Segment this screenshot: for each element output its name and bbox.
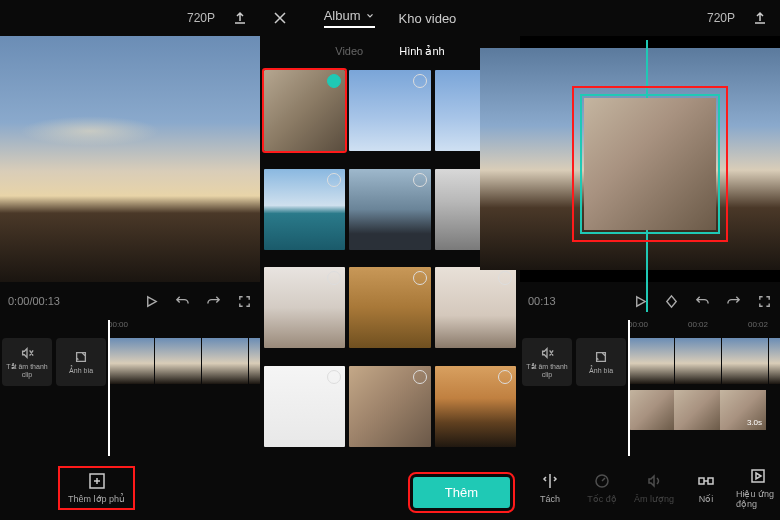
top-bar: 720P	[0, 0, 260, 36]
add-overlay-label: Thêm lớp phủ	[68, 494, 125, 504]
playhead[interactable]	[628, 320, 630, 456]
media-item[interactable]	[264, 267, 345, 348]
resolution-selector[interactable]: 720P	[707, 11, 738, 25]
speed-button[interactable]: Tốc độ	[576, 472, 628, 504]
add-button[interactable]: Thêm	[413, 477, 510, 508]
select-ring-icon	[498, 271, 512, 285]
playhead[interactable]	[108, 320, 110, 456]
clip-thumb	[202, 338, 248, 384]
select-ring-icon	[413, 74, 427, 88]
mute-clip-button[interactable]: Tắt âm thanh clip	[2, 338, 52, 386]
fullscreen-icon[interactable]	[757, 294, 772, 309]
image-tab[interactable]: Hình ảnh	[399, 45, 445, 58]
stock-tab[interactable]: Kho video	[399, 11, 457, 26]
overlay-clip-thumb: 3.0s	[720, 390, 766, 430]
overlay-clip-thumb	[628, 390, 674, 430]
redo-icon[interactable]	[206, 294, 221, 309]
fullscreen-icon[interactable]	[237, 294, 252, 309]
clip-thumb	[155, 338, 201, 384]
mute-label: Tắt âm thanh clip	[2, 363, 52, 378]
chevron-down-icon	[365, 11, 375, 21]
animation-label: Hiệu ứng động	[736, 489, 780, 509]
cover-icon	[74, 350, 88, 364]
video-tab[interactable]: Video	[335, 45, 363, 57]
resolution-selector[interactable]: 720P	[187, 11, 218, 25]
time-display: 00:13	[528, 295, 633, 307]
tick-label: 00:00	[108, 320, 128, 329]
add-overlay-icon	[88, 472, 106, 490]
select-ring-icon	[413, 271, 427, 285]
clip-thumb	[249, 338, 260, 384]
cover-button[interactable]: Ảnh bìa	[56, 338, 106, 386]
volume-icon	[645, 472, 663, 490]
redo-icon[interactable]	[726, 294, 741, 309]
overlay-clip-thumb	[674, 390, 720, 430]
album-label: Album	[324, 8, 361, 23]
media-item[interactable]	[435, 267, 516, 348]
speed-label: Tốc độ	[587, 494, 617, 504]
media-item[interactable]	[349, 267, 430, 348]
undo-icon[interactable]	[175, 294, 190, 309]
preview-frame	[0, 36, 260, 282]
select-ring-icon	[413, 370, 427, 384]
select-ring-icon	[498, 370, 512, 384]
media-item[interactable]	[264, 366, 345, 447]
media-item[interactable]	[349, 169, 430, 250]
bottom-bar: Tách Tốc độ Âm lượng Nối Hiệu ứng động	[520, 456, 780, 520]
bottom-bar: Thêm lớp phủ	[0, 456, 260, 520]
resolution-label: 720P	[187, 11, 215, 25]
media-item[interactable]	[349, 366, 430, 447]
splice-label: Nối	[699, 494, 714, 504]
media-item[interactable]	[264, 70, 345, 151]
album-tab[interactable]: Album	[324, 8, 375, 28]
select-ring-icon	[327, 173, 341, 187]
cover-label: Ảnh bìa	[589, 367, 613, 375]
speed-icon	[593, 472, 611, 490]
video-preview[interactable]	[0, 36, 260, 282]
close-icon[interactable]	[272, 10, 288, 26]
clip-thumb	[108, 338, 154, 384]
media-item[interactable]	[349, 70, 430, 151]
volume-button[interactable]: Âm lượng	[628, 472, 680, 504]
media-item[interactable]	[435, 366, 516, 447]
time-display: 0:00/00:13	[8, 295, 130, 307]
cover-button[interactable]: Ảnh bìa	[576, 338, 626, 386]
video-preview[interactable]	[520, 36, 780, 282]
svg-rect-2	[699, 478, 704, 484]
export-icon[interactable]	[232, 10, 248, 26]
preview-cloud	[20, 116, 160, 146]
overlay-bounding-box[interactable]	[572, 86, 728, 242]
select-ring-icon	[327, 370, 341, 384]
timeline[interactable]: 00:00 Tắt âm thanh clip Ảnh bìa	[0, 320, 260, 456]
picker-footer: Thêm	[260, 464, 520, 520]
play-icon[interactable]	[144, 294, 159, 309]
clip-thumbnails[interactable]	[628, 338, 780, 386]
clip-thumbnails[interactable]	[108, 338, 260, 386]
top-bar: 720P	[520, 0, 780, 36]
clip-thumb	[628, 338, 674, 384]
splice-icon	[697, 472, 715, 490]
undo-icon[interactable]	[695, 294, 710, 309]
media-item[interactable]	[264, 169, 345, 250]
add-overlay-button[interactable]: Thêm lớp phủ	[58, 466, 135, 510]
splice-button[interactable]: Nối	[680, 472, 732, 504]
mute-icon	[540, 346, 554, 360]
timeline[interactable]: 00:00 00:02 00:02 Tắt âm thanh clip Ảnh …	[520, 320, 780, 456]
split-icon	[541, 472, 559, 490]
mute-clip-button[interactable]: Tắt âm thanh clip	[522, 338, 572, 386]
export-icon[interactable]	[752, 10, 768, 26]
animation-button[interactable]: Hiệu ứng động	[732, 467, 780, 509]
mute-label: Tắt âm thanh clip	[522, 363, 572, 378]
split-button[interactable]: Tách	[524, 472, 576, 504]
mute-icon	[20, 346, 34, 360]
tick-label: 00:02	[748, 320, 768, 329]
overlay-track[interactable]: 3.0s	[628, 390, 780, 430]
split-label: Tách	[540, 494, 560, 504]
keyframe-icon[interactable]	[664, 294, 679, 309]
select-ring-icon	[327, 74, 341, 88]
clip-thumb	[675, 338, 721, 384]
clip-thumb	[769, 338, 780, 384]
picker-topbar: Album Kho video	[260, 0, 520, 36]
timeline-ruler: 00:00	[0, 320, 260, 338]
select-ring-icon	[327, 271, 341, 285]
